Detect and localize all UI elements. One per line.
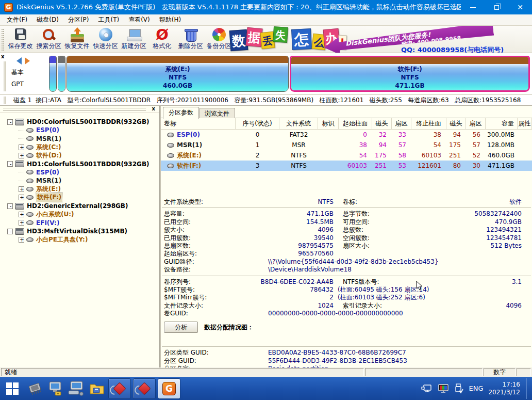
- tree-node-hd0[interactable]: HD0:ColorfulSL5001TBDDR(932GB): [0, 118, 159, 126]
- guid-path-value: \\?\Volume{55f6d444-d0d3-49f2-8d3b-2ec1e…: [236, 258, 522, 266]
- save-changes-button[interactable]: 保存更改: [6, 27, 35, 52]
- format-button[interactable]: 格式化: [148, 27, 176, 52]
- quick-partition-button[interactable]: 快速分区: [91, 27, 120, 52]
- title-bar: DiskGenius V5.1.2.766 免费版(单文件PE版) 发现新版本 …: [0, 0, 532, 14]
- format-icon: [155, 28, 170, 41]
- tree-node-software-d[interactable]: 软件(D:): [0, 151, 159, 159]
- partition-icon: [167, 133, 174, 137]
- ad-tile: 怎: [291, 28, 312, 50]
- partition-icon: [26, 195, 34, 200]
- analyze-button[interactable]: 分析: [164, 322, 198, 333]
- taskbar-app-red-diamond-2[interactable]: [133, 378, 156, 399]
- system-band: [67, 56, 288, 63]
- next-disk-arrow-icon[interactable]: [25, 57, 30, 65]
- table-row-esp[interactable]: ESP(0) 0 FAT32 0 32 33 38 94 56 300.0MB: [161, 130, 532, 140]
- expand-icon[interactable]: [19, 153, 24, 158]
- status-end: [517, 368, 531, 376]
- network-icon[interactable]: [421, 383, 433, 394]
- partition-block-esp[interactable]: [49, 56, 57, 92]
- language-indicator[interactable]: ENG: [469, 385, 483, 392]
- partition-block-software-f-selected[interactable]: 软件(F:) NTFS 471.1GB: [290, 56, 530, 92]
- hdd-icon: [15, 119, 24, 125]
- tree-node-hd1[interactable]: HD1:ColorfulSL5001TBDDR(932GB): [0, 159, 159, 168]
- view-mode-basic[interactable]: 基本: [11, 68, 44, 77]
- expand-icon[interactable]: [19, 186, 24, 192]
- expand-icon[interactable]: [19, 145, 24, 150]
- password-tool-shortcut[interactable]: [45, 378, 66, 399]
- partition-icon: [26, 220, 34, 225]
- tree-node-hd2[interactable]: HD2:GenericExternal(298GB): [0, 202, 159, 210]
- partition-block-msr[interactable]: [58, 56, 65, 92]
- partition-icon: [26, 136, 34, 141]
- status-bar: 就绪 数字: [0, 367, 532, 377]
- start-button[interactable]: [0, 377, 25, 400]
- tree-node-esp0[interactable]: ESP(0): [0, 126, 159, 134]
- delete-partition-button[interactable]: 删除分区: [176, 27, 205, 52]
- collapse-icon[interactable]: [7, 203, 13, 209]
- usb-eject-icon[interactable]: [454, 383, 463, 394]
- memory-chip-shortcut[interactable]: [25, 378, 45, 399]
- tree-node-efi-v[interactable]: EFI(V:): [0, 219, 159, 227]
- volume-guid-value: 00000000-0000-0000-0000-000000000000: [236, 310, 522, 317]
- tab-browse-files[interactable]: 浏览文件: [199, 108, 235, 118]
- collapse-icon[interactable]: [7, 229, 13, 234]
- expand-icon[interactable]: [19, 212, 24, 217]
- tab-partition-parameters[interactable]: 分区参数: [163, 107, 199, 119]
- taskbar-clock[interactable]: 17:16 2021/3/12: [488, 381, 520, 396]
- table-row-system-e[interactable]: 系统(E:) 2 NTFS 54 175 58 60103 251 52 460…: [161, 150, 532, 161]
- tree-node-software-f-selected[interactable]: 软件(F:): [0, 194, 159, 202]
- collapse-icon[interactable]: [7, 161, 13, 167]
- remote-desktop-shortcut[interactable]: [66, 378, 87, 399]
- partition-block-system-e[interactable]: 系统(E:) NTFS 460.0GB: [66, 56, 289, 92]
- table-row-msr[interactable]: MSR(1) 1 MSR 38 94 57 54 175 57 128.0MB: [161, 140, 532, 150]
- file-explorer-shortcut[interactable]: [87, 378, 107, 399]
- recover-files-button[interactable]: 恢复文件: [63, 27, 91, 52]
- menu-help[interactable]: 帮助(H): [155, 14, 186, 25]
- expand-icon[interactable]: [19, 195, 24, 200]
- menu-view[interactable]: 查看(V): [124, 14, 155, 25]
- tree-node-system-e[interactable]: 系统(E:): [0, 185, 159, 193]
- search-partition-button[interactable]: 搜索分区: [35, 27, 63, 52]
- taskbar-app-diskgenius-active[interactable]: [158, 378, 180, 399]
- folder-icon: [89, 381, 105, 396]
- tree-panel-header: [0, 106, 159, 113]
- partition-icon: [26, 179, 34, 183]
- partition-icon: [26, 153, 34, 158]
- menu-file[interactable]: 文件(F): [2, 14, 32, 25]
- restore-button[interactable]: [485, 0, 508, 14]
- display-settings-icon[interactable]: [438, 383, 449, 394]
- ad-tile: 失: [273, 26, 288, 43]
- minimize-button[interactable]: [461, 0, 485, 14]
- close-button[interactable]: [508, 0, 532, 14]
- overview-close-icon[interactable]: [1, 54, 7, 60]
- partition-table: 卷标 序号(状态) 文件系统 标识 起始柱面 磁头 扇区 终止柱面 磁头 扇区 …: [161, 118, 532, 171]
- menu-disk[interactable]: 磁盘(D): [32, 14, 63, 25]
- tree-node-msr1[interactable]: MSR(1): [0, 135, 159, 143]
- show-desktop-button[interactable]: [526, 378, 528, 399]
- minimize-icon: [470, 7, 476, 8]
- disk-info-text: 磁盘 1 接口:ATA 型号:ColorfulSL5001TBDDR 序列号:2…: [13, 96, 521, 105]
- taskbar-app-red-diamond-1[interactable]: [108, 378, 131, 399]
- view-mode-gpt[interactable]: GPT: [11, 81, 44, 88]
- diskgenius-icon: [162, 382, 176, 395]
- expand-icon[interactable]: [19, 237, 24, 243]
- tree-node-esp0-hd1[interactable]: ESP(0): [0, 168, 159, 177]
- partition-type-guid-value: EBD0A0A2-B9E5-4433-87C0-68B6B72699C7: [236, 349, 522, 357]
- tree-node-hd3[interactable]: HD3:MsftVirtualDisk(315MB): [0, 227, 159, 235]
- prev-disk-arrow-icon[interactable]: [16, 57, 22, 65]
- partition-name: 软件(F:): [397, 65, 422, 73]
- hdd-icon: [15, 228, 24, 235]
- tree-node-msr1-hd1[interactable]: MSR(1): [0, 177, 159, 185]
- expand-icon[interactable]: [19, 220, 24, 226]
- menu-tools[interactable]: 工具(T): [93, 14, 124, 25]
- allocation-map-label: 数据分配情况图：: [204, 323, 254, 332]
- tree-node-xiaobai-system-u[interactable]: 小白系统(U:): [0, 210, 159, 218]
- divider: [162, 346, 531, 347]
- table-row-software-f-selected[interactable]: 软件(F:) 3 NTFS 60103 251 53 121601 80 30 …: [161, 161, 532, 171]
- tree-node-xiaobai-pe-y[interactable]: 小白PE工具盘(Y:): [0, 235, 159, 244]
- collapse-icon[interactable]: [7, 119, 13, 125]
- tree-close-icon[interactable]: [152, 106, 155, 112]
- new-partition-button[interactable]: 新建分区: [120, 27, 148, 52]
- menu-partition[interactable]: 分区(P): [63, 14, 94, 25]
- tree-node-system-c[interactable]: 系统(C:): [0, 143, 159, 151]
